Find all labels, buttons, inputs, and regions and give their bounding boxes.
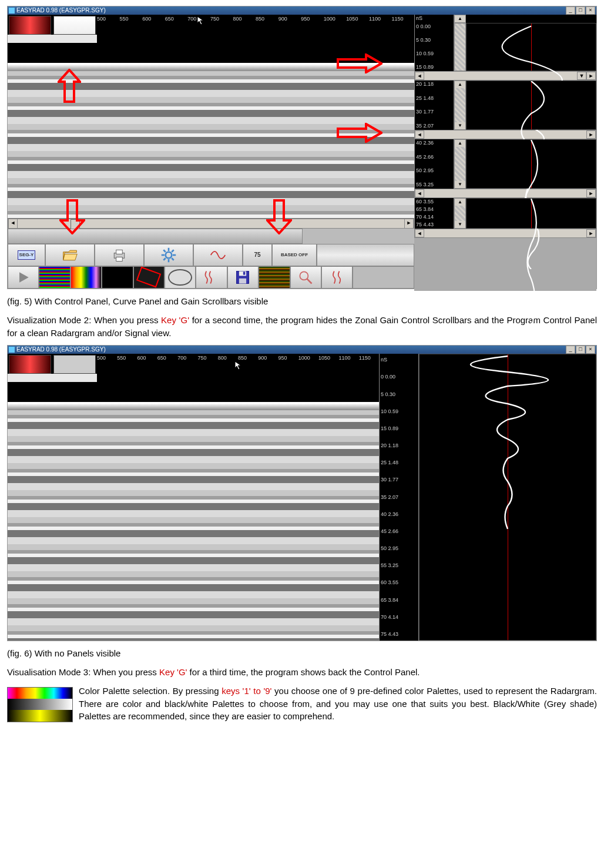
- window-title: EASYRAD 0.98 (EASYGPR.SGY): [16, 346, 106, 354]
- printer-icon: [111, 247, 127, 263]
- window-minimize-button[interactable]: _: [566, 6, 575, 15]
- thumbnail-blank[interactable]: [53, 355, 96, 374]
- paragraph-mode3: Visualisation Mode 3: When you press Key…: [7, 666, 597, 679]
- window-maximize-button[interactable]: □: [576, 6, 585, 15]
- gain-up-button[interactable]: ▲: [455, 15, 465, 22]
- toolbar-spacer: [353, 266, 414, 289]
- curve-panel-3[interactable]: [466, 139, 596, 189]
- gear-icon: [160, 247, 177, 263]
- play-icon: [15, 269, 32, 286]
- svg-point-3: [166, 252, 172, 259]
- annotation-arrow-up: [58, 69, 81, 103]
- x-axis-ruler: 500 550 600 650 700 750 800 850 900 950 …: [97, 15, 414, 23]
- palette-button-multicolor[interactable]: [39, 266, 70, 289]
- figure-5: EASYRAD 0.98 (EASYGPR.SGY) _ □ × 500 550…: [7, 6, 597, 289]
- annotation-arrow-right: [337, 53, 382, 73]
- depth-value[interactable]: 75: [243, 244, 272, 266]
- figure-6: EASYRAD 0.98 (EASYGPR.SGY) _ □ × 500 550…: [7, 345, 597, 641]
- palette-button-rainbow[interactable]: [71, 266, 102, 289]
- waveform-icon: [203, 269, 220, 286]
- print-button[interactable]: [95, 244, 144, 266]
- y-axis-scale: 40 2.3645 2.6650 2.9555 3.25: [414, 139, 454, 189]
- wave-tool-2[interactable]: [321, 266, 353, 289]
- y-axis-scale: 60 3.5565 3.8470 4.1475 4.43: [414, 198, 454, 229]
- gain-scrollbar-3[interactable]: ▲▼: [454, 139, 466, 189]
- svg-rect-2: [116, 257, 123, 262]
- open-file-button[interactable]: [45, 244, 95, 266]
- waveform-icon: [329, 269, 345, 286]
- save-button[interactable]: [227, 266, 259, 289]
- window-title: EASYRAD 0.98 (EASYGPR.SGY): [16, 6, 106, 15]
- thumbnail-palette[interactable]: [9, 16, 51, 35]
- y-axis-scale: 20 1.1825 1.4830 1.7735 2.07: [414, 81, 454, 130]
- radargram-view[interactable]: [8, 382, 379, 641]
- magnify-icon: [297, 269, 314, 286]
- window-close-button[interactable]: ×: [586, 346, 595, 354]
- palette-button-circle[interactable]: [165, 266, 196, 289]
- thumbnail-curve[interactable]: [53, 16, 96, 35]
- window-titlebar: EASYRAD 0.98 (EASYGPR.SGY) _ □ ×: [8, 6, 596, 15]
- svg-point-16: [300, 272, 308, 280]
- app-icon: [9, 8, 15, 14]
- svg-line-11: [163, 258, 166, 260]
- waveform-icon: [210, 247, 226, 263]
- scroll-left-button[interactable]: ◄: [8, 219, 18, 228]
- wave-tool[interactable]: [196, 266, 227, 289]
- zoom-button[interactable]: [290, 266, 321, 289]
- palette-button-black[interactable]: [102, 266, 133, 289]
- figure-6-caption: (fig. 6) With no Panels visible: [7, 647, 597, 660]
- folder-open-icon: [62, 247, 78, 263]
- settings-button[interactable]: [144, 244, 193, 266]
- annotation-arrow-down: [59, 199, 85, 234]
- app-icon: [9, 347, 15, 353]
- curve-panel-top[interactable]: [466, 23, 596, 71]
- palette-button-delete[interactable]: [133, 266, 165, 289]
- gain-scrollbar-2[interactable]: ▲▼: [454, 81, 466, 130]
- y-axis-unit: nS: [414, 15, 454, 23]
- window-maximize-button[interactable]: □: [576, 346, 585, 354]
- annotation-arrow-right: [337, 123, 382, 143]
- svg-line-8: [163, 250, 166, 252]
- window-minimize-button[interactable]: _: [566, 346, 575, 354]
- wave-button[interactable]: [193, 244, 243, 266]
- hotkey-g: Key 'G': [161, 315, 189, 325]
- window-close-button[interactable]: ×: [586, 6, 595, 15]
- based-toggle[interactable]: BASED OFF: [272, 244, 317, 266]
- control-panel: SEG-Y 75: [8, 244, 414, 289]
- curve-panel-4[interactable]: [466, 198, 596, 229]
- gain-scrollbar-1[interactable]: [454, 23, 466, 71]
- hotkey-g: Key 'G': [159, 667, 187, 677]
- palette-thumbnail: [7, 687, 73, 722]
- play-button[interactable]: [8, 266, 39, 289]
- palette-button-stripes[interactable]: [259, 266, 290, 289]
- window-titlebar: EASYRAD 0.98 (EASYGPR.SGY) _ □ ×: [8, 346, 596, 354]
- radargram-view[interactable]: [8, 43, 414, 219]
- svg-line-10: [172, 250, 174, 252]
- svg-line-9: [172, 258, 174, 260]
- svg-rect-15: [243, 272, 246, 274]
- annotation-arrow-down: [266, 199, 292, 234]
- hotkey-1-9: keys '1' to '9': [222, 686, 271, 696]
- scroll-right-button[interactable]: ►: [404, 219, 414, 228]
- svg-line-17: [307, 279, 312, 284]
- y-axis-scale: nS 0 0.005 0.3010 0.59 15 0.8920 1.1825 …: [379, 354, 419, 641]
- y-axis-scale: 0 0.005 0.3010 0.5915 0.89: [414, 23, 454, 71]
- floppy-disk-icon: [234, 269, 251, 286]
- gain-scrollbar-4[interactable]: ▲▼: [454, 198, 466, 229]
- curve-panel[interactable]: [419, 354, 596, 641]
- curve-panel-2[interactable]: [466, 81, 596, 130]
- segy-button[interactable]: SEG-Y: [8, 244, 45, 266]
- thumbnail-palette[interactable]: [9, 355, 51, 374]
- svg-rect-1: [116, 250, 123, 254]
- status-area: [317, 244, 414, 266]
- paragraph-palette: Color Palette selection. By pressing key…: [7, 685, 597, 723]
- svg-rect-14: [239, 279, 246, 284]
